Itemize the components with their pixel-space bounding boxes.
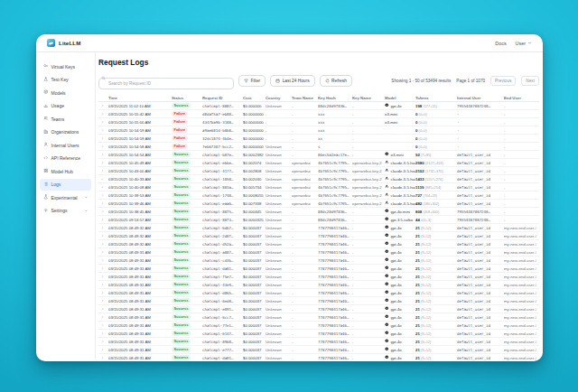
- table-row[interactable]: 03/15/2025 08:49:31 AMSuccesschatcmpl-89…: [98, 338, 539, 346]
- row-expander[interactable]: [98, 136, 108, 141]
- table-row[interactable]: 03/15/2025 10:54:59 AMFailurea9ae681d-b8…: [98, 126, 539, 135]
- user-menu[interactable]: User: [516, 41, 532, 46]
- row-expander[interactable]: [98, 104, 108, 108]
- refresh-button[interactable]: Refresh: [320, 75, 352, 87]
- table-row[interactable]: 03/15/2025 08:49:31 AMSuccesschatcmpl-cd…: [98, 257, 539, 265]
- cell-time: 03/15/2025 08:49:31 AM: [108, 340, 172, 344]
- table-row[interactable]: 03/15/2025 10:38:45 AMSuccesschatcmpl-88…: [98, 208, 539, 216]
- table-row[interactable]: 03/15/2025 10:54:58 AMFailure7eb67387-bc…: [98, 143, 539, 151]
- cell-request-id: chatcmpl-ebbe…: [202, 161, 243, 165]
- table-row[interactable]: 03/15/2025 08:49:32 AMSuccesschatcmpl-2d…: [98, 232, 539, 240]
- row-expander[interactable]: [98, 356, 108, 360]
- row-expander[interactable]: [98, 161, 108, 165]
- row-expander[interactable]: [98, 169, 108, 173]
- table-row[interactable]: 03/15/2025 08:49:31 AMSuccesschatcmpl-a8…: [98, 248, 539, 257]
- row-expander[interactable]: [98, 145, 108, 149]
- row-expander[interactable]: [98, 210, 108, 214]
- sidebar-item-models[interactable]: Models: [40, 87, 91, 98]
- anthropic-icon: [385, 184, 389, 190]
- sidebar-item-virtual-keys[interactable]: Virtual Keys: [40, 61, 91, 72]
- table-row[interactable]: 03/15/2025 10:40:08 AMSuccesschatcmpl-88…: [98, 183, 539, 191]
- table-row[interactable]: 03/15/2025 10:54:59 AMFailure32dc1874-4b…: [98, 135, 539, 143]
- row-expander[interactable]: [98, 340, 108, 344]
- previous-page-button[interactable]: Previous: [490, 76, 516, 86]
- sidebar-item-experimental[interactable]: Experimental: [40, 191, 91, 203]
- table-row[interactable]: 03/15/2025 08:49:32 AMSuccesschatcmpl-6d…: [98, 224, 539, 232]
- cell-key-hash: xxx: [318, 128, 352, 133]
- cell-team-name: openwebui: [292, 193, 318, 198]
- table-row[interactable]: 03/15/2025 08:49:31 AMSuccesschatcmpl-43…: [98, 281, 539, 289]
- table-row[interactable]: 03/15/2025 10:55:42 AMFailured8daf5a7-eb…: [98, 110, 539, 118]
- table-row[interactable]: 03/15/2025 11:02:10 AMSuccesschatcmpl-88…: [98, 102, 539, 110]
- sidebar-item-api-reference[interactable]: API Reference: [40, 153, 91, 164]
- table-row[interactable]: 03/15/2025 10:39:53 AMSuccesschatcmpl-17…: [98, 191, 539, 200]
- table-row[interactable]: 03/15/2025 08:49:31 AMSuccesschatcmpl-f5…: [98, 273, 539, 281]
- table-row[interactable]: 03/15/2025 08:49:31 AMSuccesschatcmpl-6e…: [98, 297, 539, 305]
- row-expander[interactable]: [98, 291, 108, 295]
- sidebar-item-settings[interactable]: Settings: [40, 205, 91, 217]
- row-expander[interactable]: [98, 258, 108, 263]
- sidebar-item-logs[interactable]: Logs: [40, 179, 91, 191]
- cell-cost: $0.000037: [243, 340, 266, 344]
- sidebar-item-teams[interactable]: Teams: [40, 113, 91, 125]
- row-expander[interactable]: [98, 128, 108, 133]
- time-range-button[interactable]: Last 24 Hours: [270, 75, 314, 87]
- table-row[interactable]: 03/15/2025 08:49:32 AMSuccesschatcmpl-d5…: [98, 240, 539, 248]
- table-row[interactable]: 03/15/2025 08:49:31 AMSuccesschatcmpl-e7…: [98, 346, 539, 354]
- sidebar-item-usage[interactable]: Usage: [40, 100, 91, 112]
- table-row[interactable]: 03/15/2025 10:39:46 AMSuccesschatcmpl-ea…: [98, 200, 539, 208]
- table-row[interactable]: 03/15/2025 10:54:54 AMSuccesschatcmpl-b8…: [98, 151, 539, 159]
- search-input[interactable]: [98, 78, 234, 89]
- table-row[interactable]: 03/15/2025 10:43:00 AMSuccesschatcmpl-41…: [98, 167, 539, 175]
- row-expander[interactable]: [98, 226, 108, 230]
- row-expander[interactable]: [98, 242, 108, 247]
- row-expander[interactable]: [98, 315, 108, 320]
- docs-link[interactable]: Docs: [495, 41, 506, 46]
- row-expander[interactable]: [98, 348, 108, 352]
- sidebar-item-label: Logs: [51, 182, 61, 187]
- key-icon: [43, 63, 49, 70]
- row-expander[interactable]: [98, 120, 108, 125]
- row-expander[interactable]: [98, 266, 108, 271]
- sidebar-item-test-key[interactable]: Test Key: [40, 74, 91, 86]
- table-row[interactable]: 03/15/2025 08:49:31 AMSuccesschatcmpl-7f…: [98, 322, 539, 330]
- sidebar-item-internal-users[interactable]: Internal Users: [40, 139, 91, 151]
- row-expander[interactable]: [98, 112, 108, 117]
- row-expander[interactable]: [98, 307, 108, 312]
- cell-country: Unknown: [266, 185, 292, 190]
- filter-icon: [244, 79, 248, 83]
- row-expander[interactable]: [98, 177, 108, 182]
- row-expander[interactable]: [98, 299, 108, 303]
- table-row[interactable]: 03/15/2025 08:49:31 AMSuccesschatcmpl-e8…: [98, 305, 539, 313]
- cell-key-name: -: [352, 234, 385, 238]
- row-expander[interactable]: [98, 331, 108, 336]
- next-page-button[interactable]: Next: [521, 76, 539, 86]
- table-row[interactable]: 03/15/2025 08:49:31 AMSuccesschatcmpl-da…: [98, 354, 539, 360]
- model-name: gpt-4o: [391, 104, 402, 108]
- table-row[interactable]: 03/15/2025 10:40:33 AMSuccesschatcmpl-10…: [98, 175, 539, 183]
- row-expander[interactable]: [98, 218, 108, 222]
- row-expander[interactable]: [98, 250, 108, 255]
- cell-key-name: -: [352, 250, 385, 255]
- table-row[interactable]: 03/15/2025 08:49:31 AMSuccesschatcmpl-d8…: [98, 289, 539, 297]
- table-row[interactable]: 03/15/2025 10:45:49 AMSuccesschatcmpl-eb…: [98, 159, 539, 167]
- table-row[interactable]: 03/15/2025 09:53:57 AMSuccesschatcmpl-88…: [98, 216, 539, 224]
- sidebar-item-organizations[interactable]: Organizations: [40, 126, 91, 138]
- row-expander[interactable]: [98, 193, 108, 198]
- table-row[interactable]: 03/15/2025 08:49:31 AMSuccesschatcmpl-da…: [98, 265, 539, 273]
- table-row[interactable]: 03/15/2025 08:49:31 AMSuccesschatcmpl-6c…: [98, 313, 539, 322]
- table-row[interactable]: 03/15/2025 08:49:31 AMSuccesschatcmpl-61…: [98, 330, 539, 338]
- sidebar-item-model-hub[interactable]: Model Hub: [40, 165, 91, 177]
- row-expander[interactable]: [98, 201, 108, 206]
- filter-button[interactable]: Filter: [238, 75, 266, 87]
- cell-time: 03/15/2025 10:38:45 AM: [108, 210, 172, 214]
- cell-cost: $0.000037: [243, 331, 266, 336]
- row-expander[interactable]: [98, 323, 108, 328]
- table-row[interactable]: 03/15/2025 10:55:00 AMFailure4347ba9b-31…: [98, 118, 539, 126]
- row-expander[interactable]: [98, 234, 108, 238]
- row-expander[interactable]: [98, 153, 108, 157]
- row-expander[interactable]: [98, 185, 108, 190]
- row-expander[interactable]: [98, 275, 108, 279]
- cell-model: gpt-4o: [385, 298, 415, 303]
- row-expander[interactable]: [98, 283, 108, 287]
